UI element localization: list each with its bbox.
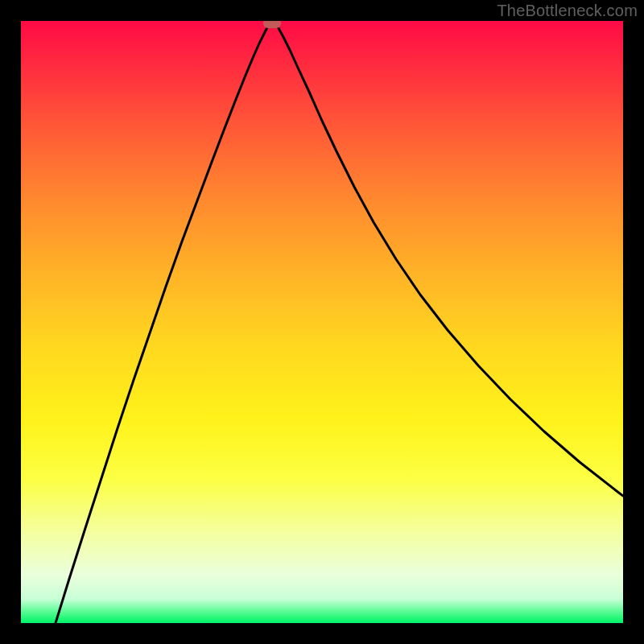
chart-svg — [21, 21, 623, 623]
chart-frame: TheBottleneck.com — [0, 0, 644, 644]
optimal-point-marker — [263, 21, 281, 28]
watermark-text: TheBottleneck.com — [497, 2, 638, 20]
bottleneck-curve — [56, 21, 623, 623]
plot-area — [21, 21, 623, 623]
